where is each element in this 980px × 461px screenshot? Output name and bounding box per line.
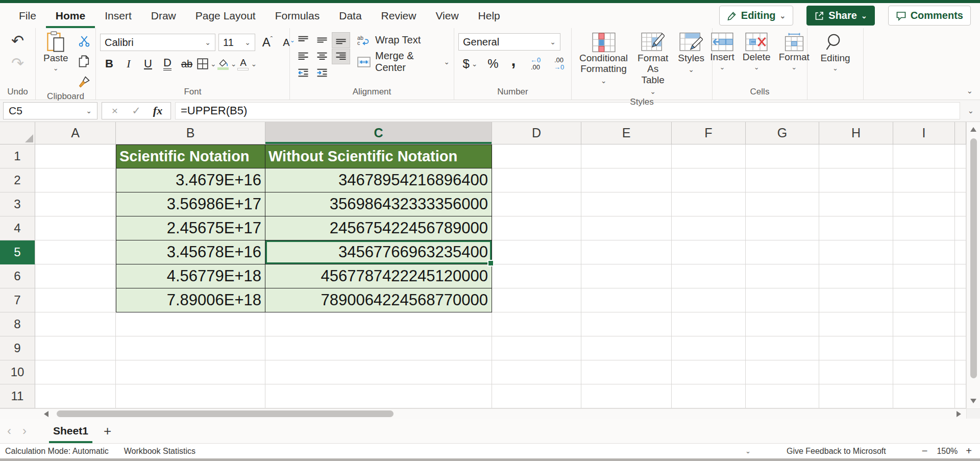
cell[interactable] bbox=[581, 144, 672, 168]
workbook-statistics-button[interactable]: Workbook Statistics bbox=[124, 447, 195, 456]
menu-tab-formulas[interactable]: Formulas bbox=[265, 3, 330, 28]
cell[interactable] bbox=[893, 312, 955, 336]
cell-A1[interactable] bbox=[35, 144, 116, 168]
cell[interactable] bbox=[672, 336, 746, 360]
cell-C3[interactable]: 356986432333356000 bbox=[265, 192, 492, 216]
cell-A5[interactable] bbox=[35, 240, 116, 264]
cell-B6[interactable]: 4.56779E+18 bbox=[116, 264, 265, 288]
cell-C2[interactable]: 34678954216896400 bbox=[265, 168, 492, 192]
decrease-indent-button[interactable] bbox=[294, 65, 312, 81]
cell[interactable] bbox=[819, 144, 893, 168]
calculation-mode-status[interactable]: Calculation Mode: Automatic bbox=[5, 447, 109, 456]
cell[interactable] bbox=[116, 360, 265, 384]
cell[interactable] bbox=[581, 360, 672, 384]
undo-button[interactable]: ↶ bbox=[8, 31, 28, 51]
bold-button[interactable]: B bbox=[100, 55, 118, 73]
row-header-1[interactable]: 1 bbox=[0, 144, 35, 168]
editing-menu-button[interactable]: Editing ⌄ bbox=[817, 31, 853, 74]
horizontal-scrollbar-thumb[interactable] bbox=[57, 410, 394, 417]
cell[interactable] bbox=[893, 360, 955, 384]
vertical-scrollbar[interactable] bbox=[966, 122, 980, 408]
cell[interactable] bbox=[672, 384, 746, 408]
cell[interactable] bbox=[819, 192, 893, 216]
cell[interactable] bbox=[492, 192, 581, 216]
col-header-D[interactable]: D bbox=[492, 122, 581, 144]
menu-tab-help[interactable]: Help bbox=[469, 3, 510, 28]
cell-B5[interactable]: 3.45678E+16 bbox=[116, 240, 265, 264]
col-header-A[interactable]: A bbox=[35, 122, 116, 144]
cell[interactable] bbox=[819, 312, 893, 336]
center-button[interactable] bbox=[313, 48, 331, 64]
cell-A3[interactable] bbox=[35, 192, 116, 216]
sheet-tab-sheet1[interactable]: Sheet1 bbox=[49, 419, 92, 443]
menu-tab-home[interactable]: Home bbox=[46, 3, 95, 28]
col-header-F[interactable]: F bbox=[672, 122, 746, 144]
cell-C5-selected[interactable]: 34567766963235400 bbox=[265, 240, 492, 264]
cell[interactable] bbox=[581, 168, 672, 192]
cell-A2[interactable] bbox=[35, 168, 116, 192]
increase-decimal-button[interactable]: .00→0 bbox=[548, 57, 570, 71]
underline-button[interactable]: U bbox=[139, 55, 157, 73]
cell[interactable] bbox=[746, 360, 819, 384]
cell[interactable] bbox=[265, 360, 492, 384]
cell[interactable] bbox=[893, 336, 955, 360]
menu-tab-file[interactable]: File bbox=[9, 3, 46, 28]
cell-styles-button[interactable]: Styles⌄ bbox=[674, 31, 708, 76]
cell[interactable] bbox=[492, 144, 581, 168]
cell[interactable] bbox=[672, 216, 746, 240]
cell[interactable] bbox=[672, 264, 746, 288]
cell[interactable] bbox=[492, 360, 581, 384]
row-header-10[interactable]: 10 bbox=[0, 360, 35, 384]
number-format-select[interactable]: General ⌄ bbox=[458, 33, 560, 51]
cell[interactable] bbox=[672, 192, 746, 216]
cell-A7[interactable] bbox=[35, 288, 116, 312]
horizontal-scrollbar-track[interactable] bbox=[48, 409, 957, 419]
col-header-E[interactable]: E bbox=[581, 122, 672, 144]
bottom-align-button[interactable] bbox=[332, 32, 350, 48]
cell-C1[interactable]: Without Scientific Notation bbox=[265, 144, 492, 168]
cell[interactable] bbox=[265, 384, 492, 408]
cell-B7[interactable]: 7.89006E+18 bbox=[116, 288, 265, 312]
top-align-button[interactable] bbox=[294, 32, 312, 48]
cell-A4[interactable] bbox=[35, 216, 116, 240]
cell[interactable] bbox=[819, 216, 893, 240]
expand-formula-bar-button[interactable]: ⌄ bbox=[964, 106, 977, 115]
middle-align-button[interactable] bbox=[313, 32, 331, 48]
cell[interactable] bbox=[893, 192, 955, 216]
row-header-6[interactable]: 6 bbox=[0, 264, 35, 288]
percent-style-button[interactable]: % bbox=[484, 55, 502, 73]
conditional-formatting-button[interactable]: ConditionalFormatting ⌄ bbox=[576, 31, 631, 86]
increase-indent-button[interactable] bbox=[313, 65, 331, 81]
cell[interactable] bbox=[746, 336, 819, 360]
cell[interactable] bbox=[581, 192, 672, 216]
col-header-G[interactable]: G bbox=[746, 122, 819, 144]
cell[interactable] bbox=[893, 168, 955, 192]
increase-font-size-button[interactable]: Aˆ bbox=[258, 33, 277, 52]
cell[interactable] bbox=[746, 192, 819, 216]
copy-button[interactable] bbox=[74, 52, 94, 71]
paste-button[interactable]: Paste ⌄ bbox=[40, 31, 72, 74]
row-header-9[interactable]: 9 bbox=[0, 336, 35, 360]
decrease-decimal-button[interactable]: ←0.00 bbox=[525, 57, 546, 71]
cell[interactable] bbox=[492, 312, 581, 336]
cell[interactable] bbox=[819, 360, 893, 384]
col-header-B[interactable]: B bbox=[116, 122, 265, 144]
cell[interactable] bbox=[492, 240, 581, 264]
cell[interactable] bbox=[265, 312, 492, 336]
cell[interactable] bbox=[893, 144, 955, 168]
vertical-scrollbar-thumb[interactable] bbox=[970, 138, 977, 378]
cell[interactable] bbox=[893, 264, 955, 288]
editing-mode-button[interactable]: Editing ⌄ bbox=[719, 6, 794, 26]
cell[interactable] bbox=[116, 336, 265, 360]
status-bar-chevron[interactable]: ⌄ bbox=[745, 447, 751, 455]
give-feedback-link[interactable]: Give Feedback to Microsoft bbox=[787, 447, 886, 456]
format-painter-button[interactable] bbox=[74, 72, 94, 91]
cell-C6[interactable]: 4567787422245120000 bbox=[265, 264, 492, 288]
cell[interactable] bbox=[581, 216, 672, 240]
delete-cells-button[interactable]: Delete ⌄ bbox=[739, 31, 774, 72]
zoom-in-button[interactable]: + bbox=[966, 445, 972, 457]
cell-B2[interactable]: 3.4679E+16 bbox=[116, 168, 265, 192]
cell[interactable] bbox=[746, 240, 819, 264]
italic-button[interactable]: I bbox=[119, 55, 138, 73]
align-right-button[interactable] bbox=[332, 48, 350, 64]
